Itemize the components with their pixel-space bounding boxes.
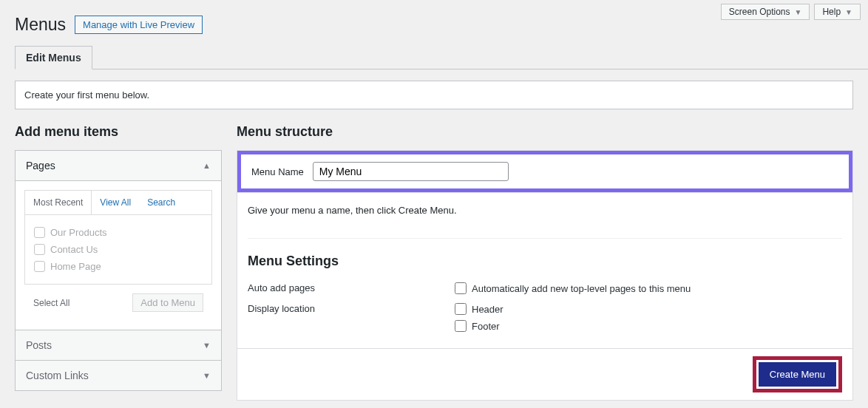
inner-tab-most-recent[interactable]: Most Recent	[25, 191, 92, 214]
display-location-footer[interactable]: Footer	[455, 320, 503, 332]
page-item-home-page[interactable]: Home Page	[34, 258, 203, 275]
page-item-label: Home Page	[50, 261, 101, 272]
display-location-header-label: Header	[472, 304, 503, 315]
page-item-contact-us[interactable]: Contact Us	[34, 241, 203, 258]
auto-add-label: Auto add pages	[248, 282, 455, 294]
page-title: Menus	[15, 15, 66, 35]
menu-name-input[interactable]	[313, 162, 509, 181]
chevron-down-icon: ▼	[203, 371, 211, 380]
menu-settings-title: Menu Settings	[248, 238, 842, 269]
accordion-custom-links[interactable]: Custom Links ▼	[16, 360, 221, 390]
menu-instruction: Give your menu a name, then click Create…	[248, 205, 842, 216]
auto-add-option-label: Automatically add new top-level pages to…	[472, 283, 691, 294]
auto-add-checkbox[interactable]	[455, 282, 467, 294]
auto-add-option[interactable]: Automatically add new top-level pages to…	[455, 282, 691, 294]
live-preview-button[interactable]: Manage with Live Preview	[75, 16, 203, 34]
create-menu-button[interactable]: Create Menu	[759, 362, 836, 387]
create-menu-highlight: Create Menu	[753, 356, 842, 392]
checkbox-icon	[34, 261, 45, 272]
page-item-our-products[interactable]: Our Products	[34, 224, 203, 241]
accordion-pages-label: Pages	[26, 160, 55, 171]
menu-name-highlight: Menu Name	[237, 151, 852, 192]
display-location-header[interactable]: Header	[455, 303, 503, 315]
accordion-posts[interactable]: Posts ▼	[16, 330, 221, 360]
help-label: Help	[822, 7, 841, 17]
inner-tab-search[interactable]: Search	[139, 191, 183, 214]
accordion-custom-links-label: Custom Links	[26, 370, 89, 381]
page-item-label: Our Products	[50, 227, 107, 238]
menu-structure-title: Menu structure	[237, 124, 853, 140]
checkbox-icon	[34, 244, 45, 255]
tab-edit-menus[interactable]: Edit Menus	[15, 46, 92, 69]
screen-options-button[interactable]: Screen Options ▼	[721, 4, 810, 20]
chevron-down-icon: ▼	[845, 8, 852, 16]
accordion-pages[interactable]: Pages ▲	[16, 151, 221, 181]
select-all-link[interactable]: Select All	[33, 298, 69, 308]
help-button[interactable]: Help ▼	[814, 4, 861, 20]
add-menu-items-title: Add menu items	[15, 124, 222, 140]
accordion-posts-label: Posts	[26, 339, 52, 351]
chevron-down-icon: ▼	[203, 341, 211, 350]
display-location-footer-label: Footer	[472, 321, 500, 332]
inner-tab-view-all[interactable]: View All	[92, 191, 139, 214]
chevron-up-icon: ▲	[203, 161, 211, 170]
notice-first-menu: Create your first menu below.	[15, 81, 853, 109]
checkbox-icon	[34, 227, 45, 238]
header-checkbox[interactable]	[455, 303, 467, 315]
display-location-label: Display location	[248, 303, 455, 332]
page-item-label: Contact Us	[50, 244, 98, 255]
menu-name-label: Menu Name	[251, 166, 304, 177]
add-to-menu-button[interactable]: Add to Menu	[132, 293, 203, 312]
chevron-down-icon: ▼	[795, 8, 802, 16]
footer-checkbox[interactable]	[455, 320, 467, 332]
screen-options-label: Screen Options	[729, 7, 790, 17]
